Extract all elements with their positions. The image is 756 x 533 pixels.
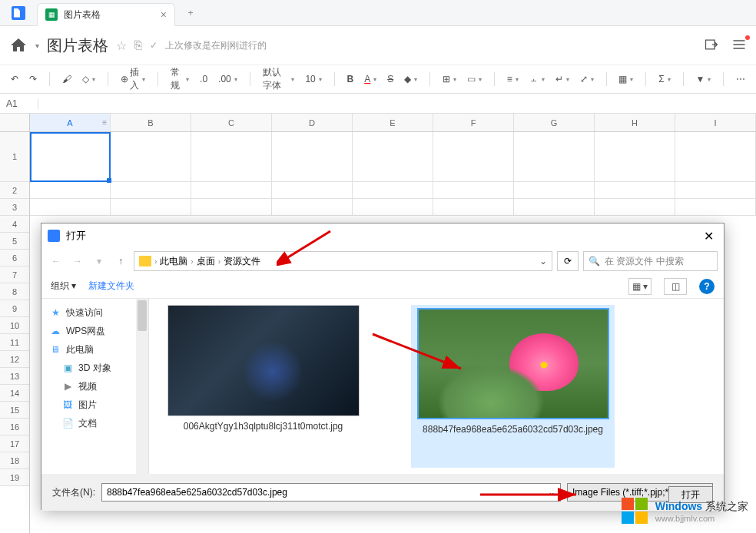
row-header[interactable]: 11 [0,334,29,351]
column-header[interactable]: E [353,114,433,131]
sidebar-item-quick-access[interactable]: ★快速访问 [41,303,148,322]
clear-format-button[interactable]: ◇ [81,72,97,86]
row-header[interactable]: 14 [0,385,29,402]
column-header[interactable]: C [191,114,272,131]
breadcrumb-item[interactable]: 桌面 [197,255,215,268]
new-folder-button[interactable]: 新建文件夹 [88,280,134,293]
insert-button[interactable]: ⊕ 插入 [119,65,148,94]
font-size-select[interactable]: 10 [303,72,323,86]
paint-format-button[interactable]: 🖌 [61,72,73,86]
functions-button[interactable]: Σ [657,72,671,86]
row-header[interactable]: 10 [0,317,29,334]
column-header[interactable]: I [675,114,756,131]
preview-pane-button[interactable]: ◫ [664,278,687,295]
merge-button[interactable]: ▭ [466,72,483,86]
scrollbar[interactable] [136,299,148,474]
chevron-down-icon[interactable]: ▾ [35,41,39,50]
sidebar-item-3d-objects[interactable]: ▣3D 对象 [41,359,148,377]
row-header[interactable]: 3 [0,199,29,216]
row-header[interactable]: 6 [0,250,29,266]
home-icon[interactable] [9,36,28,55]
search-input[interactable]: 🔍 在 资源文件 中搜索 [583,251,718,271]
v-align-button[interactable]: ⫠ [528,72,546,86]
row-header[interactable]: 9 [0,300,29,317]
wrap-button[interactable]: ↵ [554,72,571,86]
chevron-down-icon[interactable]: ⌄ [548,487,555,498]
breadcrumb[interactable]: › 此电脑 › 桌面 › 资源文件 ⌄ [134,251,552,271]
move-folder-icon[interactable]: ⎘ [134,38,142,52]
column-header[interactable]: H [595,114,675,131]
font-select[interactable]: 默认字体 [261,65,297,94]
toolbar: ↶ ↷ 🖌 ◇ ⊕ 插入 常规 .0 .00 默认字体 10 B A S ◆ ⊞… [0,65,756,94]
row-header[interactable]: 18 [0,452,29,469]
redo-button[interactable]: ↷ [28,72,38,86]
chevron-down-icon[interactable]: ⌄ [539,256,547,266]
row-header[interactable]: 12 [0,351,29,368]
refresh-button[interactable]: ⟳ [557,251,579,271]
star-icon[interactable]: ☆ [116,38,127,53]
decrease-decimal-button[interactable]: .0 [198,72,209,86]
view-mode-button[interactable]: ▦ ▾ [628,278,652,295]
more-button[interactable]: ⋯ [734,72,747,86]
forward-button[interactable]: → [69,253,86,270]
back-button[interactable]: ← [48,253,65,270]
new-tab-button[interactable]: + [181,4,200,22]
row-headers: 1 2 3 4 5 6 7 8 9 10 11 12 13 14 15 16 1… [0,114,30,533]
document-tab[interactable]: ▦ 图片表格 × [37,3,175,26]
row-header[interactable]: 15 [0,402,29,419]
breadcrumb-item[interactable]: 此电脑 [160,255,187,268]
filter-icon[interactable]: ≡ [102,118,107,127]
sidebar-item-this-pc[interactable]: 🖥此电脑 [41,340,148,359]
sidebar-item-pictures[interactable]: 🖼图片 [41,396,148,414]
filename-input[interactable]: 888b47fea968ea5e625a6032cd57d03c.jpeg ⌄ [101,483,561,502]
row-header[interactable]: 2 [0,182,29,199]
close-icon[interactable]: ✕ [699,227,718,245]
filter-button[interactable]: ▼ [694,72,712,86]
sidebar-item-wps[interactable]: ☁WPS网盘 [41,322,148,340]
strikethrough-button[interactable]: S [386,72,395,86]
file-item[interactable]: 006AkgtYgy1h3qlptu8lcj311t0motct.jpg [161,305,365,468]
column-header[interactable]: G [514,114,595,131]
select-all-corner[interactable] [0,114,29,132]
file-list[interactable]: 006AkgtYgy1h3qlptu8lcj311t0motct.jpg 888… [149,299,724,474]
cells-area[interactable] [30,132,756,216]
rotate-button[interactable]: ⤢ [579,72,595,86]
row-header[interactable]: 19 [0,469,29,486]
freeze-button[interactable]: ▦ [617,72,635,86]
increase-decimal-button[interactable]: .00 [217,72,239,86]
dialog-title: 打开 [66,229,693,243]
sidebar-item-videos[interactable]: ▶视频 [41,377,148,396]
share-icon[interactable] [704,37,719,55]
app-logo[interactable] [0,0,37,26]
organize-button[interactable]: 组织 ▾ [51,280,76,293]
menu-icon[interactable] [731,37,747,55]
row-header[interactable]: 4 [0,216,29,233]
column-header[interactable]: B [111,114,191,131]
up-button[interactable]: ↑ [112,253,129,270]
undo-button[interactable]: ↶ [9,72,20,86]
close-icon[interactable]: × [161,8,167,21]
row-header[interactable]: 7 [0,266,29,283]
row-header[interactable]: 1 [0,132,29,182]
document-title[interactable]: 图片表格 [47,35,108,56]
sidebar-item-documents[interactable]: 📄文档 [41,414,148,432]
recent-button[interactable]: ▾ [91,253,108,270]
bold-button[interactable]: B [345,72,355,86]
help-icon[interactable]: ? [699,279,715,294]
fill-color-button[interactable]: ◆ [403,72,419,86]
column-header[interactable]: D [272,114,353,131]
column-header[interactable]: A≡ [30,114,111,131]
row-header[interactable]: 8 [0,283,29,300]
cell-reference[interactable]: A1 [0,98,38,109]
number-format-select[interactable]: 常规 [169,65,191,94]
row-header[interactable]: 16 [0,419,29,435]
borders-button[interactable]: ⊞ [441,72,458,86]
column-header[interactable]: F [433,114,514,131]
row-header[interactable]: 17 [0,435,29,452]
h-align-button[interactable]: ≡ [506,72,520,86]
row-header[interactable]: 5 [0,233,29,250]
file-item[interactable]: 888b47fea968ea5e625a6032cd57d03c.jpeg [411,305,615,468]
breadcrumb-item[interactable]: 资源文件 [224,255,260,268]
text-color-button[interactable]: A [363,72,378,86]
row-header[interactable]: 13 [0,368,29,385]
